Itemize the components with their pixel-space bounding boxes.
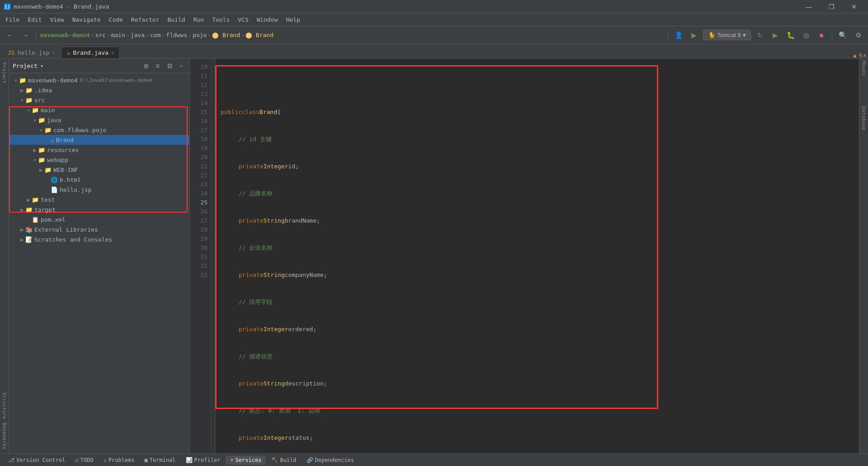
sync-project-button[interactable]: ⊕ [142, 62, 151, 71]
search-everywhere-button[interactable]: 🔍 [836, 29, 849, 42]
arrow-java: ▾ [32, 117, 38, 124]
tree-label-src: src [34, 97, 45, 104]
version-control-label: Version Control [16, 457, 65, 463]
coverage-button[interactable]: ◎ [800, 29, 812, 42]
menu-help[interactable]: Help [283, 14, 304, 25]
tree-item-bhtml[interactable]: 🌐 b.html [9, 175, 189, 185]
tree-item-pomxml[interactable]: 📋 pom.xml [9, 214, 189, 224]
breadcrumb-src[interactable]: src [95, 32, 105, 38]
tree-item-target[interactable]: ▶ 📁 target [9, 204, 189, 214]
breadcrumb-brand-class[interactable]: ⬤ Brand [212, 32, 240, 38]
code-line-11: public class Brand { [221, 108, 854, 117]
tree-item-java[interactable]: ▾ 📁 java [9, 115, 189, 125]
code-editor[interactable]: public class Brand { // id 主键 private In… [215, 59, 859, 453]
database-label[interactable]: Database [860, 105, 868, 132]
menu-vcs[interactable]: VCS [234, 14, 252, 25]
tree-item-webinf[interactable]: ▶ 📁 WEB-INF [9, 165, 189, 175]
code-line-18: // 排序字段 [221, 298, 854, 307]
expand-warnings-icon[interactable]: ∧ [863, 52, 866, 58]
menu-edit[interactable]: Edit [24, 14, 45, 25]
code-line-17: private String companyName; [221, 271, 854, 280]
bottom-tab-terminal[interactable]: ▣ Terminal [140, 456, 180, 465]
bottom-tab-version-control[interactable]: ⎇ Version Control [4, 456, 70, 465]
breadcrumb-java[interactable]: java [131, 32, 145, 38]
breadcrumb-project[interactable]: mavenweb-demo4 [40, 32, 90, 38]
menu-code[interactable]: Code [105, 14, 127, 25]
line-num-27: 27 [190, 216, 208, 225]
bottom-tab-dependencies[interactable]: 🔗 Dependencies [302, 456, 359, 465]
tree-item-webapp[interactable]: ▾ 📁 webapp [9, 155, 189, 165]
tomcat-selector[interactable]: 🐈 Tomcat 8 ▾ [703, 30, 751, 40]
tree-item-root[interactable]: ▾ 📁 mavenweb-demo4 D:\Java01\mavenweb-de… [9, 75, 189, 85]
bottom-tab-services[interactable]: ⚡ Services [226, 456, 266, 465]
tab-close-brand-java[interactable]: × [111, 50, 114, 56]
breadcrumb-main[interactable]: main [111, 32, 125, 38]
debug-button[interactable]: 🐛 [784, 29, 797, 42]
run-button[interactable]: ▶ [769, 29, 782, 42]
settings-button[interactable]: ⚙ [852, 29, 864, 42]
menu-view[interactable]: View [47, 14, 68, 25]
close-button[interactable]: ✕ [844, 0, 864, 13]
arrow-src: ▾ [19, 97, 25, 104]
structure-label[interactable]: Structure [0, 390, 8, 421]
bottom-tab-profiler[interactable]: 📊 Profiler [181, 456, 225, 465]
tab-close-hello-jsp[interactable]: × [52, 50, 55, 56]
tomcat-label: Tomcat 8 [717, 32, 741, 38]
project-tree: ▾ 📁 mavenweb-demo4 D:\Java01\mavenweb-de… [9, 73, 189, 453]
tree-item-resources[interactable]: ▶ 📁 resources [9, 145, 189, 155]
line-num-14: 14 [190, 99, 208, 108]
tab-brand-java[interactable]: ☕ Brand.java × [61, 47, 120, 58]
forward-button[interactable]: → [19, 29, 32, 42]
tree-item-pojo[interactable]: ▾ 📁 com.fldwws.pojo [9, 125, 189, 135]
editor-area[interactable]: 10 11 12 13 14 15 16 17 18 19 20 21 22 2… [190, 59, 859, 453]
project-panel: Project ▾ ⊕ ≡ ⚙ − ▾ 📁 mavenweb-demo4 D:\… [9, 59, 190, 453]
tree-label-resources: resources [47, 147, 79, 153]
maximize-button[interactable]: ❐ [821, 0, 842, 13]
maven-label[interactable]: Maven [860, 59, 868, 77]
minimize-button[interactable]: — [798, 0, 819, 13]
tree-label-main: main [41, 107, 55, 114]
project-side-label[interactable]: Project [0, 61, 8, 85]
collapse-all-button[interactable]: ≡ [153, 62, 162, 71]
menu-navigate[interactable]: Navigate [69, 14, 104, 25]
close-panel-button[interactable]: − [177, 62, 186, 71]
run-config-button[interactable]: ▶ [688, 29, 700, 42]
project-settings-button[interactable]: ⚙ [165, 62, 174, 71]
tree-item-main[interactable]: ▾ 📁 main [9, 105, 189, 115]
menu-build[interactable]: Build [164, 14, 189, 25]
menu-run[interactable]: Run [190, 14, 208, 25]
line-num-31: 31 [190, 252, 208, 262]
update-button[interactable]: ↻ [754, 29, 766, 42]
menu-refactor[interactable]: Refactor [127, 14, 163, 25]
build-icon: 🔨 [271, 457, 278, 463]
bottom-tab-todo[interactable]: ☑ TODO [71, 456, 98, 465]
breadcrumb-brand-method[interactable]: ⬤ Brand [245, 32, 274, 38]
profile-button[interactable]: 👤 [672, 29, 685, 42]
breadcrumb-com[interactable]: com [150, 32, 160, 38]
menu-tools[interactable]: Tools [208, 14, 233, 25]
arrow-webinf: ▶ [38, 166, 44, 173]
tree-item-scratches[interactable]: ▶ 📝 Scratches and Consoles [9, 234, 189, 244]
tree-label-root: mavenweb-demo4 [28, 77, 78, 84]
tab-icon-hello-jsp: JS [8, 49, 15, 56]
stop-button[interactable]: ■ [815, 29, 828, 42]
tree-item-externals[interactable]: ▶ 📚 External Libraries [9, 224, 189, 234]
bottom-tab-build[interactable]: 🔨 Build [267, 456, 301, 465]
menu-file[interactable]: File [2, 14, 23, 25]
breadcrumb-fldwws[interactable]: fldwws [166, 32, 187, 38]
tree-item-brand[interactable]: ☕ Brand [9, 135, 189, 145]
bottom-tab-problems[interactable]: ⚠ Problems [99, 456, 139, 465]
back-button[interactable]: ← [4, 29, 16, 42]
line-num-10: 10 [190, 62, 208, 71]
bookmarks-label[interactable]: Bookmarks [0, 421, 8, 452]
breadcrumb-pojo[interactable]: pojo [193, 32, 207, 38]
arrow-idea: ▶ [19, 87, 25, 94]
arrow-resources: ▶ [32, 147, 38, 153]
tree-item-src[interactable]: ▾ 📁 src [9, 95, 189, 105]
tab-hello-jsp[interactable]: JS hello.jsp × [2, 47, 61, 58]
tree-item-test[interactable]: ▶ 📁 test [9, 195, 189, 204]
profiler-icon: 📊 [186, 457, 193, 463]
menu-window[interactable]: Window [253, 14, 282, 25]
tree-item-idea[interactable]: ▶ 📁 .idea [9, 85, 189, 95]
tree-item-hellojsp[interactable]: 📄 hello.jsp [9, 185, 189, 195]
